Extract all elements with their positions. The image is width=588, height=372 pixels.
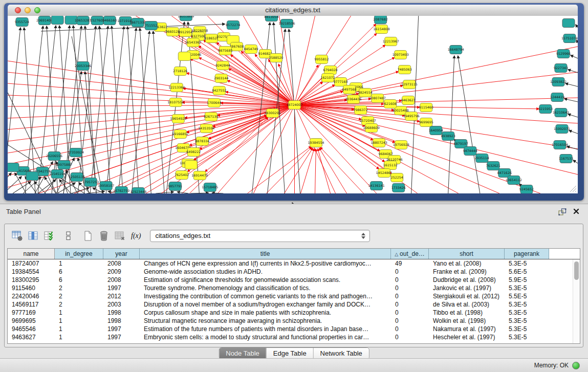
graph-edge — [568, 70, 578, 73]
table-mode-icon[interactable] — [12, 231, 23, 241]
table-cell: 5.6E-5 — [505, 268, 549, 276]
graph-node-label: 10653287 — [75, 18, 91, 22]
window-title: citations_edges.txt — [8, 5, 578, 16]
table-cell: 6 — [55, 268, 103, 276]
delete-column-icon[interactable] — [114, 231, 125, 241]
graph-node-label: 9129966 — [556, 52, 571, 55]
column-header-name[interactable]: name — [8, 249, 55, 259]
table-row[interactable]: 1938455462009Genome-wide association stu… — [8, 268, 573, 276]
graph-edge — [564, 99, 578, 102]
table-row[interactable]: 911546021997Tourette syndrome. Phenomeno… — [8, 284, 573, 292]
table-row[interactable]: 946554611997Estimation of the future num… — [8, 325, 573, 333]
function-builder-icon[interactable]: f(x) — [131, 232, 141, 240]
table-cell: Estimation of significance thresholds fo… — [140, 276, 391, 284]
row-height-icon[interactable] — [63, 231, 74, 241]
graph-node-label: 16543362 — [185, 40, 201, 44]
table-cell: Franke et al. (2009) — [429, 268, 505, 276]
delete-table-icon[interactable] — [98, 231, 110, 241]
canvas-resize-handle-icon[interactable] — [569, 184, 577, 192]
table-row[interactable]: 1872400712008Changes of HCN gene express… — [8, 259, 573, 268]
tab-edge-table[interactable]: Edge Table — [266, 348, 313, 359]
graph-node[interactable] — [185, 161, 197, 169]
table-cell: Changes of HCN gene expression and I(f) … — [140, 259, 391, 268]
select-columns-icon[interactable] — [43, 231, 55, 241]
close-panel-icon[interactable] — [573, 208, 580, 215]
graph-edge — [577, 40, 578, 43]
graph-node-label: 9215953 — [538, 107, 553, 111]
graph-edge — [569, 130, 578, 134]
sort-ascending-icon: △ — [395, 252, 398, 257]
graph-node-label: 6879197 — [454, 142, 468, 145]
table-cell: 9777169 — [8, 309, 55, 317]
table-cell: Hescheler et al. (1997) — [429, 333, 505, 341]
graph-node-label: 9875685 — [218, 49, 232, 52]
table-cell: Estimation of the future numbers of pati… — [140, 325, 391, 333]
table-cell: 0 — [391, 309, 429, 317]
table-row[interactable]: 1830029562008Estimation of significance … — [8, 276, 573, 284]
graph-node-label: 17016504 — [552, 143, 568, 146]
graph-edge — [153, 31, 164, 193]
memory-indicator-icon[interactable] — [572, 362, 580, 369]
citation-network-graph[interactable]: 1872400718300295193845547663822966012889… — [8, 16, 578, 193]
column-header-pagerank[interactable]: pagerank — [505, 249, 549, 259]
graph-node-label: 9245652 — [519, 187, 534, 191]
window-titlebar[interactable]: citations_edges.txt — [8, 5, 578, 16]
graph-node-label: 7986372 — [354, 108, 368, 112]
table-row[interactable]: 2242004622012Investigating the contribut… — [8, 292, 573, 300]
scrollbar-thumb[interactable] — [574, 261, 579, 280]
graph-node-label: 19218506 — [278, 21, 295, 25]
table-row[interactable]: 946362711997Embryonic stem cells: a mode… — [8, 333, 573, 341]
table-row[interactable]: 977716911998Corpus callosum shape and si… — [8, 309, 573, 317]
graph-node-label: 8878334 — [195, 139, 209, 143]
graph-node-label: 19756928 — [393, 143, 409, 146]
graph-edge — [8, 105, 295, 106]
graph-node-label: 1167533 — [559, 157, 573, 160]
table-cell: Corpus callosum shape and size in male p… — [140, 309, 391, 317]
graph-node-label: 16782759 — [113, 189, 129, 192]
table-cell: 5.3E-5 — [505, 325, 549, 333]
table-cell: 0 — [391, 300, 429, 309]
column-header-year[interactable]: year — [103, 249, 140, 259]
graph-edge — [568, 114, 578, 117]
graph-node-label: 7632621 — [486, 164, 500, 167]
graph-node[interactable] — [562, 19, 575, 28]
vertical-scrollbar[interactable] — [573, 259, 580, 343]
graph-node-label: 10807487 — [369, 96, 386, 100]
graph-edge — [156, 192, 173, 193]
graph-node-label: 9463627 — [401, 98, 416, 102]
table-cell: Investigating the contribution of common… — [140, 292, 391, 300]
graph-node[interactable] — [178, 52, 190, 61]
column-visibility-icon[interactable] — [28, 231, 39, 241]
graph-node-label: 15718485 — [202, 185, 218, 189]
graph-edge — [567, 146, 578, 149]
table-row[interactable]: 969969511998Structural magnetic resonanc… — [8, 317, 573, 325]
network-view-window[interactable]: citations_edges.txt 18724007183002951938… — [4, 3, 584, 201]
table-selector-dropdown[interactable]: citations_edges.txt — [150, 230, 370, 242]
graph-node[interactable] — [26, 172, 38, 181]
table-cell: 5.3E-5 — [505, 333, 549, 341]
graph-node-label: 9684067 — [379, 152, 393, 156]
graph-node-label: 1621072 — [321, 76, 335, 79]
graph-node-label: 10688609 — [363, 126, 380, 129]
graph-node-label: 10025488 — [393, 108, 409, 112]
graph-node-label: 12093822 — [550, 80, 567, 83]
graph-edge — [8, 105, 295, 153]
column-header-in_degree[interactable]: in_degree — [55, 249, 103, 259]
table-row[interactable]: 1456911722003Disruption of a novel membe… — [8, 300, 573, 309]
graph-node-label: 19975887 — [56, 163, 72, 166]
column-header-title[interactable]: title — [140, 249, 391, 259]
network-canvas[interactable]: 1872400718300295193845547663822966012889… — [8, 16, 578, 193]
column-header-short[interactable]: short — [429, 249, 505, 259]
graph-node[interactable] — [51, 16, 63, 25]
tab-node-table[interactable]: Node Table — [219, 348, 266, 359]
new-table-icon[interactable] — [82, 231, 94, 241]
graph-node-label: 14353594 — [198, 126, 214, 130]
graph-node[interactable] — [8, 163, 19, 172]
graph-edge — [573, 160, 578, 163]
table-cell: 5.9E-5 — [505, 276, 549, 284]
graph-node-label: 9327506 — [191, 34, 205, 38]
tab-network-table[interactable]: Network Table — [313, 348, 369, 359]
float-panel-icon[interactable] — [558, 208, 567, 215]
table-cell: 0 — [391, 276, 429, 284]
column-header-out_de[interactable]: △out_de… — [391, 249, 429, 259]
